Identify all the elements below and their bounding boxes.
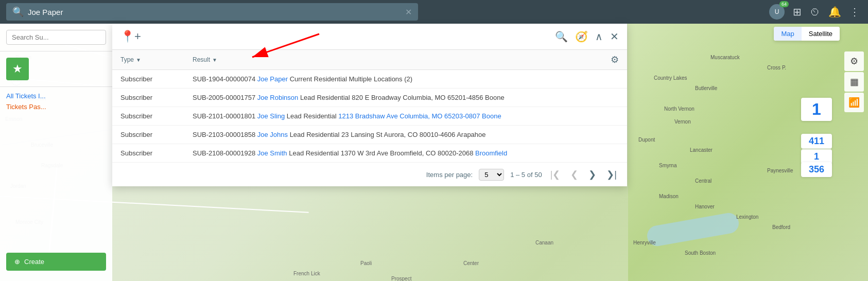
star-icon: ★ [12, 62, 23, 76]
items-per-page-label: Items per page: [426, 171, 473, 179]
map-label-canaan: Canaan [535, 240, 553, 245]
sidebar-create-button-area: ⊕ Create [6, 253, 106, 271]
result-row[interactable]: Subscriber SUB-2005-00001757 Joe Robinso… [112, 89, 627, 107]
result-type-cell: Subscriber [120, 149, 193, 157]
map-label-southboston: South Boston [685, 250, 716, 256]
search-toolbar-icon[interactable]: 🔍 [555, 30, 568, 43]
grid-icon[interactable]: ⊞ [793, 6, 802, 18]
map-label-frenchlick: French Lick [293, 271, 320, 276]
sidebar-starred-section: ★ [0, 51, 112, 87]
compass-toolbar-icon[interactable]: 🧭 [575, 30, 588, 43]
result-row[interactable]: Subscriber SUB-2108-00001928 Joe Smith L… [112, 144, 627, 163]
counter-box-4: 356 [801, 162, 832, 177]
pagination: Items per page: 5 10 25 50 1 – 5 of 50 |… [112, 163, 627, 186]
map-label-countrylakes: Country Lakes [654, 75, 687, 81]
map-label-lexington: Lexington [736, 214, 758, 220]
sidebar-search-input[interactable] [6, 30, 106, 45]
sidebar-tickets-section: All Tickets I... Tickets Pas... [0, 87, 112, 119]
map-label-madison: Madison [659, 194, 679, 199]
result-text-cell: SUB-2101-00001801 Joe Sling Lead Residen… [193, 112, 619, 120]
result-text-cell: SUB-2108-00001928 Joe Smith Lead Residen… [193, 149, 619, 157]
right-panel: ⚙ ▦ 📶 [842, 24, 868, 114]
items-per-page-select[interactable]: 5 10 25 50 [479, 169, 504, 181]
left-sidebar: ★ All Tickets I... Tickets Pas... ⊕ Crea… [0, 24, 112, 281]
sidebar-search-area [0, 24, 112, 51]
type-column-header[interactable]: Type ▼ [120, 56, 193, 63]
map-label-lancaster: Lancaster [690, 147, 713, 153]
tickets-past-link[interactable]: Tickets Pas... [6, 103, 106, 111]
search-icon: 🔍 [12, 6, 24, 17]
top-bar: 🔍 ✕ U 64 ⊞ ⏲ 🔔 ⋮ [0, 0, 868, 24]
clear-search-icon[interactable]: ✕ [405, 7, 412, 17]
result-type-cell: Subscriber [120, 75, 193, 83]
map-label-paynesville: Paynesville [767, 168, 793, 173]
global-search-input[interactable] [28, 8, 405, 16]
result-text-cell: SUB-2005-00001757 Joe Robinson Lead Resi… [193, 94, 619, 101]
result-text-cell: SUB-2103-00001858 Joe Johns Lead Residen… [193, 131, 619, 138]
right-panel-icon-settings[interactable]: ⚙ [844, 51, 864, 71]
result-sort-icon: ▼ [212, 57, 217, 63]
map-label-northvernon: North Vernon [664, 106, 695, 112]
map-label-paoli: Paoli [360, 260, 372, 266]
result-text-cell: SUB-1904-00000074 Joe Paper Current Resi… [193, 75, 619, 83]
last-page-button[interactable]: ❯| [604, 168, 619, 181]
right-panel-icon-signal[interactable]: 📶 [844, 93, 864, 112]
history-icon[interactable]: ⏲ [810, 6, 820, 18]
map-label-smyrna: Smyrna [659, 163, 676, 168]
map-label-vernon: Vernon [674, 119, 691, 125]
prev-page-button[interactable]: ❮ [568, 168, 580, 181]
counter-box-2: 411 [801, 134, 832, 149]
map-label-prospect: Prospect [391, 276, 411, 281]
top-bar-actions: U 64 ⊞ ⏲ 🔔 ⋮ [769, 4, 864, 20]
map-label-dupont: Dupont [638, 137, 655, 143]
result-column-header[interactable]: Result ▼ [193, 56, 611, 63]
type-sort-icon: ▼ [136, 57, 141, 63]
collapse-toolbar-icon[interactable]: ∧ [595, 30, 603, 43]
map-label-bedford: Bedford [772, 224, 790, 230]
result-type-cell: Subscriber [120, 131, 193, 138]
all-tickets-link[interactable]: All Tickets I... [6, 92, 106, 100]
user-avatar[interactable]: U 64 [769, 4, 785, 20]
create-button-label: Create [24, 258, 44, 266]
pagination-range: 1 – 5 of 50 [510, 171, 542, 179]
satellite-button[interactable]: Satellite [802, 27, 840, 41]
result-row[interactable]: Subscriber SUB-2101-00001801 Joe Sling L… [112, 107, 627, 126]
first-page-button[interactable]: |❮ [548, 168, 563, 181]
map-satellite-toggle[interactable]: Map Satellite [774, 27, 840, 41]
search-results-toolbar: 📍+ 🔍 🧭 ∧ ✕ [112, 24, 627, 50]
global-search-box[interactable]: 🔍 ✕ [6, 3, 418, 21]
right-panel-icon-layers[interactable]: ▦ [844, 72, 864, 92]
map-label-central: Central [695, 178, 711, 184]
map-label-butlerville: Butlerville [695, 85, 717, 91]
notification-badge: 64 [779, 1, 789, 7]
settings-column-icon[interactable]: ⚙ [611, 54, 619, 65]
map-button[interactable]: Map [774, 27, 801, 41]
result-row[interactable]: Subscriber SUB-2103-00001858 Joe Johns L… [112, 126, 627, 144]
add-location-icon[interactable]: 📍+ [120, 30, 141, 43]
toolbar-icons: 🔍 🧭 ∧ ✕ [555, 30, 619, 43]
counter-box-1: 1 [801, 98, 832, 121]
result-type-cell: Subscriber [120, 94, 193, 101]
close-toolbar-icon[interactable]: ✕ [610, 30, 619, 43]
map-label-hanover: Hanover [695, 204, 715, 209]
map-label-center: Center [463, 260, 479, 266]
results-table-header: Type ▼ Result ▼ ⚙ [112, 50, 627, 70]
create-icon: ⊕ [14, 258, 20, 266]
next-page-button[interactable]: ❯ [586, 168, 598, 181]
map-label-muscaratuck: Muscaratuck [710, 55, 740, 60]
search-results-dropdown: 📍+ 🔍 🧭 ∧ ✕ Type ▼ Result ▼ ⚙ Subscriber … [112, 24, 627, 186]
starred-icon-box: ★ [6, 58, 29, 80]
map-label-crossp: Cross P. [767, 65, 786, 71]
result-type-cell: Subscriber [120, 112, 193, 120]
more-icon[interactable]: ⋮ [849, 6, 860, 18]
create-button[interactable]: ⊕ Create [6, 253, 106, 271]
result-row[interactable]: Subscriber SUB-1904-00000074 Joe Paper C… [112, 70, 627, 89]
bell-icon[interactable]: 🔔 [828, 6, 841, 18]
map-label-henryville: Henryville [633, 240, 656, 245]
